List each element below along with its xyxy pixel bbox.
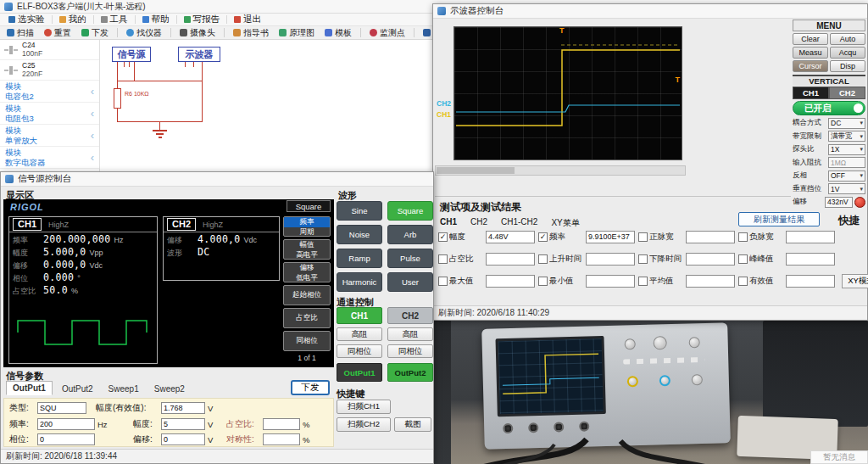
schematic-resistor[interactable]: [114, 88, 121, 109]
menu-item-tools[interactable]: 工具: [96, 13, 133, 26]
peak-to-peak-value-input[interactable]: [786, 253, 835, 266]
softkey-duty-cycle[interactable]: 占空比: [283, 308, 331, 328]
screenshot-button[interactable]: 截图: [394, 417, 431, 432]
toolbar-send[interactable]: 下发: [78, 26, 112, 40]
red-indicator[interactable]: [854, 197, 865, 208]
tab-sweep1[interactable]: Sweep1: [103, 383, 145, 395]
type-input[interactable]: [37, 402, 86, 414]
tab-output1[interactable]: OutPut1: [6, 381, 53, 395]
display-button[interactable]: Disp: [830, 60, 865, 72]
measure-button[interactable]: Measu: [793, 47, 828, 59]
ch2-impedance-button[interactable]: 高阻: [387, 327, 433, 341]
ch1-impedance-button[interactable]: 高阻: [337, 327, 382, 341]
test-tab-ch1[interactable]: CH1: [440, 217, 457, 229]
output2-button[interactable]: OutPut2: [387, 363, 433, 382]
waveform-user[interactable]: User: [387, 272, 433, 292]
channel-enabled-toggle[interactable]: 已开启: [793, 101, 865, 115]
duty-cycle-value-input[interactable]: [486, 253, 535, 266]
waveform-square[interactable]: Square: [387, 201, 433, 221]
toolbar-scan[interactable]: 扫描: [3, 26, 37, 40]
frequency-value-input[interactable]: [586, 231, 635, 243]
softkey-amplitude-highlevel[interactable]: 幅值 高电平: [283, 239, 331, 260]
xy-mode-button[interactable]: XY模式: [842, 274, 868, 288]
menu-item-select-experiment[interactable]: 选实验: [3, 13, 50, 26]
peak-to-peak-checkbox[interactable]: [738, 254, 748, 264]
waveform-arb[interactable]: Arb: [387, 225, 433, 244]
coupling-select[interactable]: DC: [828, 118, 865, 129]
toolbar-template[interactable]: 模板: [321, 26, 355, 40]
pos-pulse-value-input[interactable]: [686, 231, 735, 243]
ch1-same-phase-button[interactable]: 同相位: [337, 344, 382, 358]
component-item-c25[interactable]: C25220nF: [0, 60, 99, 81]
rise-time-checkbox[interactable]: [538, 254, 548, 264]
waveform-harmonic[interactable]: Harmonic: [337, 272, 382, 292]
average-checkbox[interactable]: [638, 277, 648, 286]
bandwidth-select[interactable]: 满带宽: [828, 131, 865, 142]
sidebar-module-resistor-pack-3[interactable]: 模块电阻包3: [0, 103, 99, 125]
duty-cycle-checkbox[interactable]: [438, 254, 448, 264]
max-value-input[interactable]: [486, 275, 535, 288]
sidebar-module-digital-capacitor[interactable]: 模块数字电容器: [0, 147, 99, 169]
offset-field[interactable]: 432nV: [825, 197, 853, 208]
vertical-scale-select[interactable]: 1V: [828, 183, 865, 194]
menu-item-write-report[interactable]: 写报告: [179, 13, 225, 26]
schematic-block-signal-source[interactable]: 信号源: [112, 47, 151, 62]
rise-time-value-input[interactable]: [586, 253, 635, 266]
component-item-c24[interactable]: C24100nF: [0, 40, 99, 60]
sidebar-module-capacitor-pack-2[interactable]: 模块电容包2: [0, 81, 99, 103]
toolbar-monitor-point[interactable]: 监测点: [366, 26, 409, 40]
softkey-frequency-period[interactable]: 频率 周期: [283, 216, 331, 237]
toolbar-schematic[interactable]: 原理图: [275, 26, 318, 40]
toolbar-reset[interactable]: 重置: [41, 26, 75, 40]
pos-pulse-checkbox[interactable]: [638, 232, 648, 242]
amp-rms-input[interactable]: [161, 402, 205, 414]
trigger-level-marker[interactable]: T: [676, 76, 681, 84]
scope-titlebar[interactable]: 示波器控制台: [433, 4, 867, 19]
auto-button[interactable]: Auto: [830, 33, 865, 45]
offset-input[interactable]: [161, 433, 205, 445]
softkey-offset-lowlevel[interactable]: 偏移 低电平: [283, 262, 331, 282]
fall-time-checkbox[interactable]: [638, 254, 648, 264]
scope-hscrollbar[interactable]: [435, 165, 686, 176]
waveform-sine[interactable]: Sine: [337, 201, 382, 221]
toolbar-camera[interactable]: 摄像头: [176, 26, 219, 40]
symmetry-input[interactable]: [263, 433, 300, 445]
schematic-canvas[interactable]: 信号源 示波器 R6 10KΩ: [100, 40, 432, 171]
waveform-ramp[interactable]: Ramp: [337, 249, 382, 268]
scrollbar-thumb[interactable]: [437, 167, 515, 174]
channel-ch1-button[interactable]: CH1: [337, 307, 382, 324]
sweep-ch2-button[interactable]: 扫频CH2: [337, 417, 391, 432]
output1-button[interactable]: OutPut1: [337, 363, 382, 382]
signal-titlebar[interactable]: 信号源控制台: [1, 172, 433, 187]
max-checkbox[interactable]: [438, 277, 448, 286]
scope-tab-ch1[interactable]: CH1: [793, 87, 829, 99]
cursor-button[interactable]: Cursor: [793, 60, 828, 72]
clear-button[interactable]: Clear: [793, 33, 828, 45]
test-tab-ch2[interactable]: CH2: [470, 217, 487, 229]
tab-sweep2[interactable]: Sweep2: [148, 383, 191, 395]
channel-ch2-button[interactable]: CH2: [387, 307, 433, 324]
amplitude-input[interactable]: [161, 418, 205, 430]
rms-checkbox[interactable]: [738, 277, 748, 286]
neg-pulse-value-input[interactable]: [786, 231, 835, 243]
trigger-position-marker[interactable]: T: [559, 27, 565, 35]
toolbar-guide[interactable]: 指导书: [230, 26, 272, 40]
duty-cycle-input[interactable]: [263, 418, 300, 430]
waveform-pulse[interactable]: Pulse: [387, 249, 433, 268]
amplitude-value-input[interactable]: [486, 231, 535, 243]
amplitude-checkbox[interactable]: ✓: [438, 232, 448, 242]
min-value-input[interactable]: [586, 275, 635, 288]
menu-item-exit[interactable]: 退出: [229, 13, 266, 26]
send-button[interactable]: 下发: [291, 380, 330, 395]
sweep-ch1-button[interactable]: 扫频CH1: [337, 400, 391, 414]
acquire-button[interactable]: Acqu: [830, 47, 865, 59]
fall-time-value-input[interactable]: [686, 253, 735, 266]
menu-item-help[interactable]: 帮助: [137, 13, 175, 26]
phase-input[interactable]: [37, 433, 95, 445]
sidebar-module-single-transistor-amp[interactable]: 模块单管放大: [0, 125, 99, 147]
frequency-checkbox[interactable]: ✓: [538, 232, 548, 242]
frequency-input[interactable]: [37, 418, 95, 430]
waveform-noise[interactable]: Noise: [337, 225, 382, 244]
ch2-same-phase-button[interactable]: 同相位: [387, 344, 433, 358]
softkey-same-phase[interactable]: 同相位: [283, 331, 331, 351]
